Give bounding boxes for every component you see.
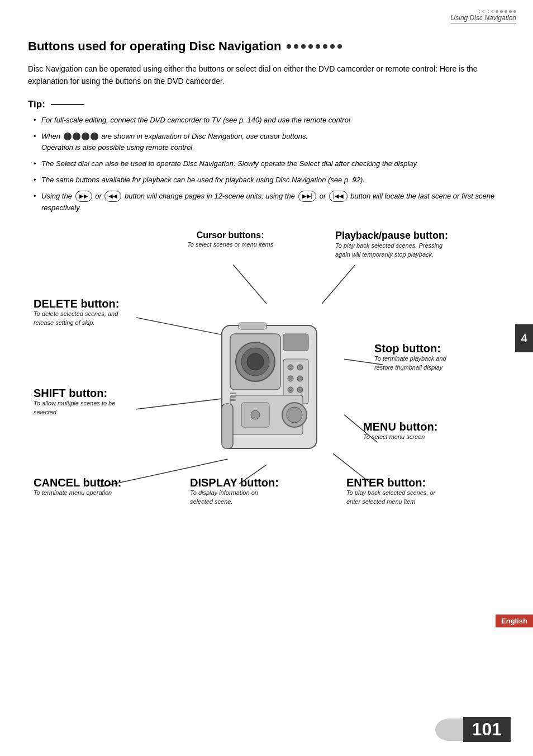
- ff2-button-symbol: ▶▶|: [298, 191, 317, 202]
- tip-section: Tip: For full-scale editing, connect the…: [28, 99, 505, 214]
- diagram-area: Cursor buttons: To select scenes or menu…: [28, 230, 505, 544]
- playback-button-desc: To play back selected scenes. Pressing a…: [335, 242, 447, 259]
- page-number-area: 101: [435, 717, 511, 742]
- delete-button-label: DELETE button: To delete selected scenes…: [34, 297, 134, 327]
- cursor-icons-decoration: [64, 133, 98, 140]
- cursor-button-name: Cursor buttons:: [187, 230, 273, 240]
- cursor-button-desc: To select scenes or menu items: [187, 240, 273, 249]
- tip-item-4: The same buttons available for playback …: [34, 174, 505, 186]
- page-number: 101: [463, 717, 511, 742]
- svg-point-20: [288, 387, 293, 393]
- stop-button-desc: To terminate playback and restore thumbn…: [374, 355, 464, 372]
- svg-line-0: [233, 265, 266, 304]
- tip-line-decoration: [51, 104, 84, 105]
- display-button-name: DISPLAY button:: [190, 476, 279, 489]
- display-button-desc: To display information on selected scene…: [190, 489, 274, 506]
- header-decorative-dots: [451, 10, 516, 13]
- tip-header: Tip:: [28, 99, 505, 110]
- svg-rect-30: [230, 396, 236, 398]
- playback-button-name: Playback/pause button:: [335, 230, 448, 242]
- shift-button-name: SHIFT button:: [34, 387, 123, 399]
- svg-rect-31: [230, 399, 236, 401]
- camera-illustration: [188, 303, 345, 471]
- playback-button-label: Playback/pause button: To play back sele…: [335, 230, 448, 259]
- delete-button-desc: To delete selected scenes, and release s…: [34, 310, 134, 327]
- tip-item-1: For full-scale editing, connect the DVD …: [34, 115, 505, 126]
- stop-button-name: Stop button:: [374, 342, 464, 355]
- main-content: Buttons used for operating Disc Navigati…: [0, 0, 533, 599]
- svg-point-19: [297, 376, 303, 381]
- enter-button-desc: To play back selected scenes, or enter s…: [346, 489, 447, 506]
- cancel-button-desc: To terminate menu operation: [34, 489, 121, 497]
- section-title: Buttons used for operating Disc Navigati…: [28, 39, 505, 54]
- ff-button-symbol: ▶▶: [75, 191, 92, 202]
- display-button-label: DISPLAY button: To display information o…: [190, 476, 279, 506]
- tip-item-2: When are shown in explanation of Disc Na…: [34, 131, 505, 154]
- svg-point-17: [297, 365, 303, 370]
- svg-point-26: [251, 410, 260, 419]
- tip-item-3: The Select dial can also be used to oper…: [34, 158, 505, 170]
- rew2-button-symbol: |◀◀: [329, 191, 348, 202]
- section-title-text: Buttons used for operating Disc Navigati…: [28, 39, 281, 54]
- tip-label: Tip:: [28, 99, 45, 110]
- svg-rect-14: [283, 334, 308, 351]
- tip-item-5: Using the ▶▶ or ◀◀ button will change pa…: [34, 191, 505, 214]
- svg-point-24: [287, 407, 302, 423]
- svg-point-16: [288, 365, 293, 370]
- stop-button-label: Stop button: To terminate playback and r…: [374, 342, 464, 372]
- header-title: Using Disc Navigation: [451, 14, 516, 23]
- svg-point-13: [247, 353, 264, 370]
- language-badge: English: [496, 615, 533, 627]
- tip-list: For full-scale editing, connect the DVD …: [28, 115, 505, 214]
- cancel-button-name: CANCEL button:: [34, 476, 121, 489]
- rew-button-symbol: ◀◀: [104, 191, 121, 202]
- delete-button-name: DELETE button:: [34, 297, 134, 310]
- chapter-tab: 4: [515, 324, 533, 352]
- svg-rect-27: [222, 404, 233, 448]
- svg-point-21: [297, 387, 303, 393]
- shift-button-desc: To allow multiple scenes to be selected: [34, 399, 123, 417]
- svg-line-1: [322, 265, 355, 304]
- svg-rect-28: [239, 323, 266, 329]
- page-header: Using Disc Navigation: [451, 10, 516, 23]
- menu-button-label: MENU button: To select menu screen: [363, 420, 437, 441]
- svg-rect-29: [230, 393, 236, 394]
- cancel-button-label: CANCEL button: To terminate menu operati…: [34, 476, 121, 497]
- title-dots-decoration: [287, 44, 342, 49]
- svg-point-18: [288, 376, 293, 381]
- menu-button-name: MENU button:: [363, 420, 437, 433]
- menu-button-desc: To select menu screen: [363, 433, 437, 441]
- page-number-circle-decoration: [435, 719, 463, 741]
- enter-button-label: ENTER button: To play back selected scen…: [346, 476, 447, 506]
- intro-paragraph: Disc Navigation can be operated using ei…: [28, 63, 505, 88]
- cursor-button-label: Cursor buttons: To select scenes or menu…: [187, 230, 273, 249]
- shift-button-label: SHIFT button: To allow multiple scenes t…: [34, 387, 123, 417]
- enter-button-name: ENTER button:: [346, 476, 447, 489]
